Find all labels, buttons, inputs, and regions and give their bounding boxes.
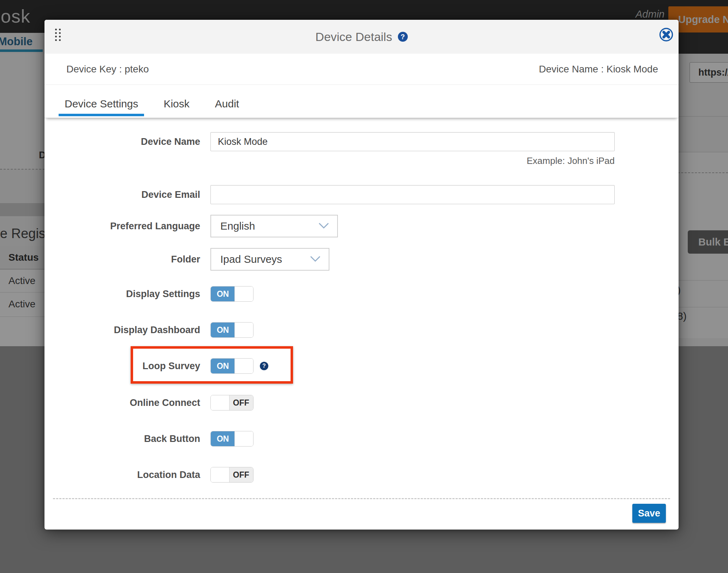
device-name-hint: Example: John's iPad xyxy=(44,155,615,166)
display-dashboard-toggle[interactable]: ON xyxy=(210,322,253,338)
location-data-toggle[interactable]: OFF xyxy=(210,467,253,483)
back-button-toggle[interactable]: ON xyxy=(210,431,253,447)
online-connect-label: Online Connect xyxy=(44,397,200,408)
chevron-down-icon xyxy=(318,222,329,230)
device-name-input[interactable] xyxy=(210,132,615,151)
device-name-label: Device Name xyxy=(44,136,200,147)
tab-device-settings[interactable]: Device Settings xyxy=(59,98,144,118)
folder-select[interactable]: Ipad Surveys xyxy=(210,248,329,271)
device-key-text: Device Key : pteko xyxy=(66,54,149,85)
modal-tabs: Device Settings Kiosk Audit xyxy=(44,85,679,118)
device-name-text: Device Name : Kiosk Mode xyxy=(539,54,658,85)
help-icon[interactable] xyxy=(398,32,408,42)
loop-survey-highlight-annotation xyxy=(131,346,293,384)
close-icon[interactable] xyxy=(658,27,674,42)
device-key-row: Device Key : pteko Device Name : Kiosk M… xyxy=(44,54,679,85)
online-connect-toggle[interactable]: OFF xyxy=(210,395,253,410)
tab-audit[interactable]: Audit xyxy=(209,98,245,118)
device-settings-panel: Device Name Example: John's iPad Device … xyxy=(44,118,679,530)
display-dashboard-label: Display Dashboard xyxy=(44,325,200,336)
chevron-down-icon xyxy=(310,255,321,264)
folder-label: Folder xyxy=(44,254,200,265)
preferred-language-label: Preferred Language xyxy=(44,221,200,232)
modal-header: Device Details xyxy=(44,20,679,54)
device-email-input[interactable] xyxy=(210,185,615,204)
location-data-label: Location Data xyxy=(44,469,200,480)
footer-dashed-divider xyxy=(53,498,670,499)
back-button-label: Back Button xyxy=(44,433,200,444)
tab-kiosk[interactable]: Kiosk xyxy=(157,98,195,118)
display-settings-toggle[interactable]: ON xyxy=(210,286,253,302)
save-button[interactable]: Save xyxy=(632,504,666,523)
display-settings-label: Display Settings xyxy=(44,289,200,300)
preferred-language-select[interactable]: English xyxy=(210,215,338,237)
device-details-modal: Device Details Device Key : pteko Device… xyxy=(44,20,679,530)
modal-title: Device Details xyxy=(315,30,392,44)
device-email-label: Device Email xyxy=(44,189,200,200)
